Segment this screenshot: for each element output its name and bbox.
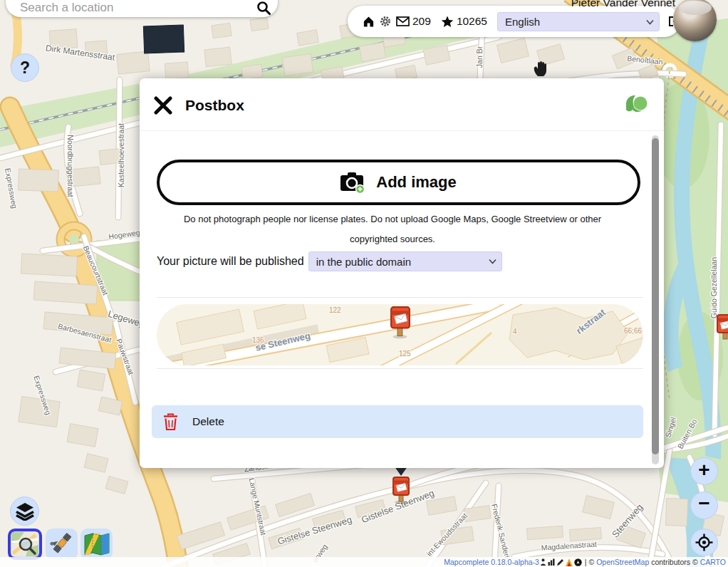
attribution-separator: | © [583,558,596,566]
roundabout-center [69,234,79,244]
housenumber: 122 [329,306,341,314]
background-map-button[interactable] [80,529,113,560]
add-image-button[interactable]: Add image [157,160,640,205]
street-label: Kasteelhoevestraat [117,123,125,187]
mapcomplete-version-link[interactable]: Mapcomplete 0.18.0-alpha-3 [444,558,539,566]
delete-button[interactable]: Delete [152,405,643,438]
trash-icon [163,413,178,431]
pencil-icon [556,558,564,566]
street-label: Jan Br [475,46,484,68]
license-row: Your picture will be published in the pu… [157,251,502,271]
street-label: Guido Gezellelaan [709,257,718,319]
question-icon: ? [20,58,30,78]
layers-icon [16,502,34,521]
mapcomplete-app: Dirk Martensstraat Jan Br Benoîtlaan Noo… [0,0,728,567]
josm-icon [566,558,573,566]
divider [157,368,643,369]
map-icon [84,533,110,556]
osm-style-thumbnail [11,532,38,556]
user-stat-icon [540,558,546,566]
close-icon[interactable] [154,96,172,115]
star-icon [441,16,454,28]
hand-cursor [532,59,548,77]
language-selected: English [505,16,540,28]
zoom-out-button[interactable]: − [690,491,718,519]
chevron-down-icon [646,19,654,25]
mapcomplete-logo [624,93,648,117]
carto-link[interactable]: CARTO [700,558,726,566]
dialog-scrollbar[interactable] [652,135,659,464]
layers-button[interactable] [10,496,39,526]
search-icon[interactable] [256,1,271,15]
stars-count[interactable]: 10265 [457,15,487,28]
openstreetmap-link[interactable]: OpenStreetMap [596,558,649,566]
dialog-title: Postbox [185,97,244,114]
license-prefix: Your picture will be published [157,255,304,268]
user-name[interactable]: Pieter Vander Vennet [571,0,675,9]
satellite-icon [49,531,75,557]
housenumber: 125 [399,350,411,358]
user-bar: 209 10265 English [348,6,680,37]
search-input[interactable] [19,0,254,16]
messages-count[interactable]: 209 [412,15,431,28]
plus-icon: + [698,459,709,482]
housenumber: 66;66 [624,327,642,335]
crosshair-icon [695,534,713,551]
attribution-bar: Mapcomplete 0.18.0-alpha-3 | © OpenStree… [0,557,728,567]
feature-minimap[interactable]: 122 136 125 4 66;66 rkstraat se Steenweg [157,304,643,365]
mapillary-icon [574,558,582,566]
attribution-contributors: contributors © [649,558,700,566]
license-select[interactable]: in the public domain [308,251,502,271]
minus-icon: − [698,492,709,515]
chevron-down-icon [489,259,496,264]
background-satellite-button[interactable] [46,529,78,560]
postbox-dialog: Postbox Add image Do not photograph peop… [140,78,664,468]
license-selected: in the public domain [316,256,411,268]
delete-label: Delete [192,415,224,428]
geolocate-button[interactable] [690,529,718,556]
scrollbar-thumb[interactable] [652,138,659,454]
help-button[interactable]: ? [11,53,39,82]
street-label: Noordbruggestraat [66,135,75,197]
language-select[interactable]: English [497,12,660,31]
housenumber: 4 [513,328,517,335]
search-bar [6,0,278,17]
stats-icon [548,558,555,566]
image-license-note: Do not photograph people nor license pla… [161,209,624,249]
header-divider [140,130,664,131]
add-image-label: Add image [376,173,456,192]
mail-icon[interactable] [396,16,410,26]
gear-icon[interactable] [380,16,391,27]
background-osm-carto-button[interactable] [8,529,42,560]
divider [157,297,643,298]
zoom-in-button[interactable]: + [690,457,718,485]
home-icon[interactable] [363,16,375,28]
camera-icon [340,172,366,194]
